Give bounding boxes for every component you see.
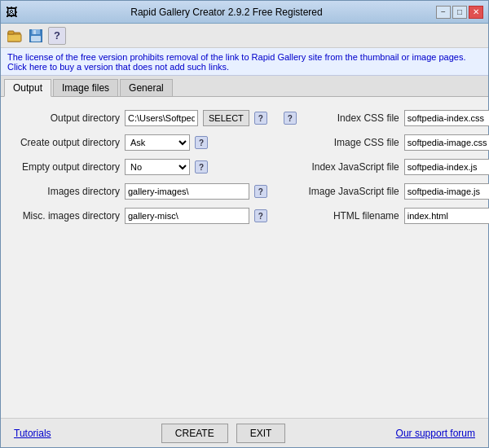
footer-buttons: CREATE EXIT bbox=[161, 424, 285, 443]
index-css-file-label: Index CSS file bbox=[302, 112, 399, 124]
empty-output-directory-row: Empty output directory No Yes Ask ? bbox=[14, 157, 267, 177]
notice-text: The license of the free version prohibit… bbox=[7, 52, 482, 72]
minimize-button[interactable]: − bbox=[436, 6, 451, 19]
image-css-file-input[interactable] bbox=[404, 134, 489, 151]
images-directory-input[interactable] bbox=[125, 183, 249, 200]
app-window: 🖼 Rapid Gallery Creator 2.9.2 Free Regis… bbox=[0, 0, 489, 448]
tab-general[interactable]: General bbox=[120, 79, 173, 96]
footer: Tutorials CREATE EXIT Our support forum bbox=[1, 418, 488, 447]
svg-rect-5 bbox=[33, 30, 36, 34]
image-js-file-input[interactable] bbox=[404, 183, 489, 200]
create-button[interactable]: CREATE bbox=[161, 424, 228, 443]
open-button[interactable] bbox=[6, 27, 24, 45]
save-button[interactable] bbox=[27, 27, 45, 45]
misc-images-directory-label: Misc. images directory bbox=[14, 210, 120, 222]
create-output-directory-help-icon[interactable]: ? bbox=[195, 136, 208, 149]
html-filename-input[interactable] bbox=[404, 208, 489, 224]
images-directory-help-icon[interactable]: ? bbox=[254, 185, 267, 198]
create-output-directory-label: Create output directory bbox=[14, 137, 120, 148]
image-css-file-row: Image CSS file ? bbox=[284, 133, 489, 152]
index-css-file-row: ? Index CSS file ? bbox=[284, 108, 489, 128]
tutorials-link[interactable]: Tutorials bbox=[14, 428, 51, 439]
index-css-file-input[interactable] bbox=[404, 110, 489, 126]
empty-output-directory-label: Empty output directory bbox=[14, 161, 120, 173]
index-js-file-row: Index JavaScript file ? bbox=[284, 157, 489, 177]
html-filename-row: HTML filename ? bbox=[284, 206, 489, 226]
svg-rect-1 bbox=[7, 34, 21, 42]
images-directory-label: Images directory bbox=[14, 186, 120, 197]
form-left: Output directory SELECT ? Create output … bbox=[14, 108, 267, 226]
misc-images-directory-row: Misc. images directory ? bbox=[14, 206, 267, 226]
image-css-file-label: Image CSS file bbox=[302, 137, 399, 148]
misc-images-directory-input[interactable] bbox=[125, 208, 249, 224]
maximize-button[interactable]: □ bbox=[452, 6, 467, 19]
image-js-file-label: Image JavaScript file bbox=[302, 186, 399, 197]
images-directory-row: Images directory ? bbox=[14, 182, 267, 201]
notice-bar[interactable]: The license of the free version prohibit… bbox=[1, 48, 488, 76]
window-title: Rapid Gallery Creator 2.9.2 Free Registe… bbox=[17, 7, 436, 18]
output-directory-input[interactable] bbox=[125, 110, 198, 126]
index-js-file-input[interactable] bbox=[404, 159, 489, 175]
image-js-file-row: Image JavaScript file ? bbox=[284, 182, 489, 201]
svg-rect-2 bbox=[8, 31, 14, 34]
form-right: ? Index CSS file ? Image CSS file ? Inde… bbox=[284, 108, 489, 226]
output-directory-help-icon[interactable]: ? bbox=[254, 112, 267, 125]
index-js-file-label: Index JavaScript file bbox=[302, 161, 399, 173]
empty-output-directory-select[interactable]: No Yes Ask bbox=[125, 159, 190, 175]
tab-image-files[interactable]: Image files bbox=[53, 79, 118, 96]
close-button[interactable]: ✕ bbox=[469, 6, 483, 19]
create-output-directory-select[interactable]: Ask Yes No bbox=[125, 134, 190, 151]
create-output-directory-row: Create output directory Ask Yes No ? bbox=[14, 133, 267, 152]
output-directory-label: Output directory bbox=[14, 112, 120, 124]
misc-images-directory-help-icon[interactable]: ? bbox=[254, 209, 267, 222]
app-icon: 🖼 bbox=[6, 6, 17, 19]
form-section: Output directory SELECT ? Create output … bbox=[14, 108, 475, 226]
window-controls: − □ ✕ bbox=[436, 6, 483, 19]
tab-output[interactable]: Output bbox=[4, 79, 51, 97]
support-forum-link[interactable]: Our support forum bbox=[396, 428, 475, 439]
toolbar: ? bbox=[1, 24, 488, 48]
html-filename-label: HTML filename bbox=[302, 210, 399, 222]
output-directory-row: Output directory SELECT ? bbox=[14, 108, 267, 128]
index-css-file-help-left-icon[interactable]: ? bbox=[284, 112, 297, 125]
exit-button[interactable]: EXIT bbox=[236, 424, 286, 443]
spacer-area bbox=[14, 226, 475, 389]
svg-rect-6 bbox=[31, 36, 41, 42]
help-toolbar-button[interactable]: ? bbox=[48, 27, 66, 45]
main-content: Output directory SELECT ? Create output … bbox=[1, 97, 488, 418]
tabs-bar: Output Image files General bbox=[1, 76, 488, 97]
select-button[interactable]: SELECT bbox=[203, 110, 249, 126]
empty-output-directory-help-icon[interactable]: ? bbox=[195, 160, 208, 173]
titlebar: 🖼 Rapid Gallery Creator 2.9.2 Free Regis… bbox=[1, 1, 488, 24]
